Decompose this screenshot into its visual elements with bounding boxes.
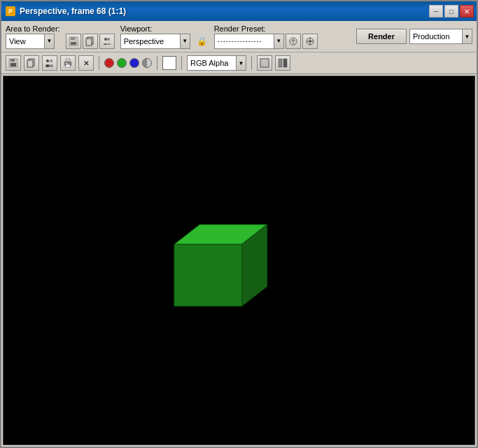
svg-rect-2 (71, 42, 76, 45)
area-section: Area to Render: View ▼ (6, 24, 60, 49)
area-label: Area to Render: (6, 24, 60, 33)
close2-icon: ✕ (83, 59, 89, 67)
render-output (3, 76, 475, 444)
toolbar-row2: ✕ RGB Alpha ▼ (1, 52, 477, 74)
people2-icon (45, 58, 55, 68)
close2-icon-button[interactable]: ✕ (78, 55, 94, 71)
toolbar-row1: Area to Render: View ▼ (1, 21, 477, 52)
view-single-button[interactable] (257, 55, 272, 71)
viewport-value: Perspective (124, 37, 164, 46)
render-button[interactable]: Render (356, 29, 407, 44)
preset-icon1-button[interactable] (286, 34, 301, 49)
production-value: Production (413, 32, 450, 41)
close-button[interactable]: ✕ (460, 5, 474, 18)
people2-icon-button[interactable] (42, 55, 57, 71)
save2-icon (8, 58, 18, 68)
red-channel-button[interactable] (104, 58, 114, 68)
people-icon-button[interactable] (99, 34, 115, 49)
save2-icon-button[interactable] (6, 55, 21, 71)
production-dropdown[interactable]: Production ▼ (409, 29, 472, 44)
main-window: P Perspective, frame 68 (1:1) ─ □ ✕ Area… (0, 0, 478, 448)
separator2 (157, 56, 157, 70)
title-bar-left: P Perspective, frame 68 (1:1) (6, 6, 126, 16)
copy2-icon-button[interactable] (24, 55, 39, 71)
svg-rect-14 (27, 60, 33, 67)
svg-point-5 (104, 38, 107, 41)
preset-dropdown[interactable]: ---------------- ▼ (214, 34, 284, 49)
maximize-button[interactable]: □ (444, 5, 458, 18)
print-icon-button[interactable] (60, 55, 76, 71)
lock-icon[interactable]: 🔒 (196, 34, 209, 49)
svg-rect-11 (10, 59, 15, 62)
channel-value: RGB Alpha (190, 59, 228, 67)
area-dropdown-arrow: ▼ (44, 34, 54, 48)
svg-rect-1 (71, 37, 75, 40)
channel-dropdown[interactable]: RGB Alpha ▼ (187, 55, 246, 71)
separator1 (99, 56, 99, 70)
production-dropdown-arrow: ▼ (462, 29, 472, 43)
minimize-button[interactable]: ─ (429, 5, 443, 18)
preset-icon2-button[interactable] (302, 34, 318, 49)
title-buttons: ─ □ ✕ (429, 5, 474, 18)
alpha-channel-button[interactable] (142, 58, 152, 68)
copy-icon (85, 36, 95, 46)
copy-icon-button[interactable] (83, 34, 98, 49)
viewport-dropdown[interactable]: Perspective ▼ (120, 34, 190, 49)
svg-rect-20 (66, 59, 70, 62)
svg-rect-26 (283, 59, 287, 67)
preset-group: ---------------- ▼ (214, 34, 318, 49)
area-dropdown[interactable]: View ▼ (6, 34, 55, 49)
viewport-section: Viewport: Perspective ▼ (120, 24, 190, 49)
separator3 (181, 56, 182, 70)
viewport-dropdown-arrow: ▼ (180, 34, 190, 48)
svg-point-16 (50, 59, 52, 62)
svg-rect-12 (10, 63, 16, 66)
svg-rect-21 (66, 64, 70, 67)
save-icon-button[interactable] (66, 34, 81, 49)
people-icon (102, 36, 112, 46)
svg-point-6 (107, 38, 110, 41)
toolbar-right: Render Production ▼ (356, 29, 472, 44)
preset-value: ---------------- (218, 38, 262, 45)
svg-point-18 (49, 64, 53, 67)
title-bar: P Perspective, frame 68 (1:1) ─ □ ✕ (1, 1, 477, 21)
green-channel-button[interactable] (117, 58, 127, 68)
view-single-icon (260, 58, 269, 68)
copy2-icon (27, 58, 36, 68)
app-icon: P (6, 6, 15, 16)
channel-dropdown-arrow: ▼ (236, 56, 246, 70)
svg-rect-22 (66, 63, 67, 64)
preset-save-icon (288, 36, 298, 46)
svg-rect-4 (86, 38, 92, 46)
svg-point-15 (46, 59, 49, 62)
save-icon (69, 36, 78, 46)
blue-channel-button[interactable] (129, 58, 139, 68)
render-canvas (3, 76, 475, 445)
icon-group-1 (66, 34, 115, 49)
separator4 (251, 56, 252, 70)
print-icon (63, 58, 73, 68)
svg-point-9 (309, 40, 311, 43)
svg-rect-25 (279, 59, 282, 67)
window-title: Perspective, frame 68 (1:1) (20, 6, 126, 16)
viewport-label: Viewport: (120, 24, 190, 33)
svg-rect-24 (260, 59, 269, 67)
preset-label: Render Preset: (214, 24, 318, 33)
view-dual-button[interactable] (275, 55, 290, 71)
white-channel-button[interactable] (162, 56, 176, 70)
preset-section: Render Preset: ---------------- ▼ (214, 24, 318, 49)
preset-dropdown-arrow: ▼ (274, 34, 283, 48)
preset-load-icon (305, 36, 315, 46)
area-value: View (9, 37, 26, 46)
toolbar-area: Area to Render: View ▼ (1, 21, 477, 74)
view-dual-icon (278, 58, 288, 68)
